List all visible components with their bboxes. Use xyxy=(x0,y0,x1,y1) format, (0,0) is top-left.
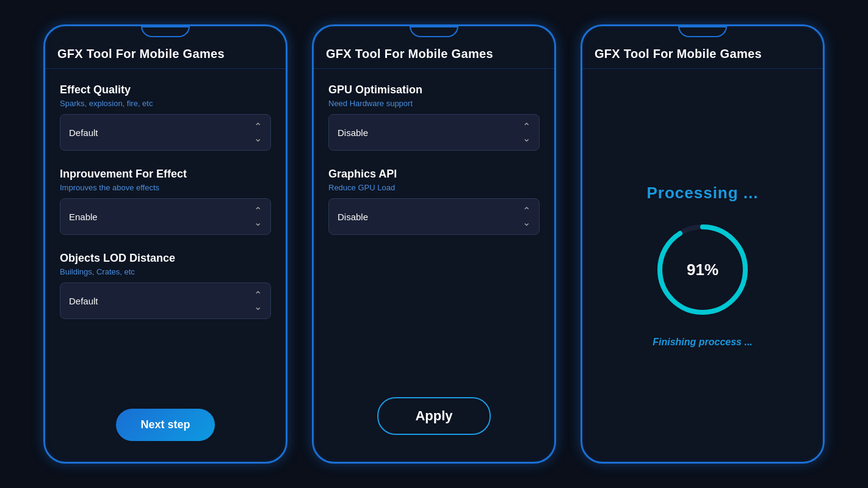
phone-frame-1: GFX Tool For Mobile Games Effect Quality… xyxy=(43,24,288,464)
circle-progress: 91% xyxy=(654,221,751,318)
setting-block-graphics-api: Graphics API Reduce GPU Load Disable ⌃⌄ xyxy=(328,168,540,235)
select-value-gpu: Disable xyxy=(338,127,368,138)
setting-block-gpu: GPU Optimisation Need Hardware support D… xyxy=(328,84,540,151)
phone-title-2: GFX Tool For Mobile Games xyxy=(326,47,493,60)
progress-percent: 91% xyxy=(687,260,718,279)
select-improvement[interactable]: Enable ⌃⌄ xyxy=(60,198,271,235)
side-button-bottom-3 xyxy=(823,148,825,185)
setting-title-lod: Objects LOD Distance xyxy=(60,252,271,265)
setting-subtitle-improvement: Improuves the above effects xyxy=(60,183,271,192)
setting-block-improvement: Inprouvement For Effect Improuves the ab… xyxy=(60,168,271,235)
side-button-top-2 xyxy=(554,99,556,136)
phone-notch-1 xyxy=(141,26,190,37)
setting-block-effect-quality: Effect Quality Sparks, explosion, fire, … xyxy=(60,84,271,151)
select-value-improvement: Enable xyxy=(69,212,98,222)
select-effect-quality[interactable]: Default ⌃⌄ xyxy=(60,114,271,151)
phone-notch-3 xyxy=(678,26,727,37)
select-arrow-gpu: ⌃⌄ xyxy=(523,121,530,144)
select-arrow-lod: ⌃⌄ xyxy=(254,289,262,312)
setting-subtitle-gpu: Need Hardware support xyxy=(328,99,540,108)
setting-subtitle-effect-quality: Sparks, explosion, fire, etc xyxy=(60,99,271,108)
processing-title: Processing ... xyxy=(646,184,758,203)
setting-subtitle-lod: Buildings, Crates, etc xyxy=(60,267,271,276)
select-value-lod: Default xyxy=(69,296,98,306)
select-value-graphics-api: Disable xyxy=(338,212,368,222)
phone-header-2: GFX Tool For Mobile Games xyxy=(314,37,554,69)
next-step-button[interactable]: Next step xyxy=(116,409,214,441)
phone-title-3: GFX Tool For Mobile Games xyxy=(595,47,762,60)
phone-frame-2: GFX Tool For Mobile Games GPU Optimisati… xyxy=(312,24,556,464)
setting-title-effect-quality: Effect Quality xyxy=(60,84,271,96)
select-arrow-improvement: ⌃⌄ xyxy=(254,205,262,228)
setting-title-gpu: GPU Optimisation xyxy=(328,84,540,96)
phone-notch-2 xyxy=(410,26,458,37)
phone-content-3: Processing ... 91% Finishing proccess ..… xyxy=(582,69,823,462)
setting-subtitle-graphics-api: Reduce GPU Load xyxy=(328,183,540,192)
side-button-top-1 xyxy=(286,99,288,136)
phone-header-1: GFX Tool For Mobile Games xyxy=(45,37,286,69)
select-gpu[interactable]: Disable ⌃⌄ xyxy=(328,114,540,151)
phone-content-2: GPU Optimisation Need Hardware support D… xyxy=(314,69,554,462)
phone-content-1: Effect Quality Sparks, explosion, fire, … xyxy=(45,69,286,462)
setting-block-lod: Objects LOD Distance Buildings, Crates, … xyxy=(60,252,271,319)
select-arrow-effect-quality: ⌃⌄ xyxy=(254,121,262,144)
setting-title-improvement: Inprouvement For Effect xyxy=(60,168,271,181)
side-button-bottom-2 xyxy=(554,148,556,185)
select-lod[interactable]: Default ⌃⌄ xyxy=(60,282,271,319)
phone-header-3: GFX Tool For Mobile Games xyxy=(582,37,823,69)
side-button-bottom-1 xyxy=(286,148,288,185)
setting-title-graphics-api: Graphics API xyxy=(328,168,540,181)
select-value-effect-quality: Default xyxy=(69,127,98,138)
processing-container: Processing ... 91% Finishing proccess ..… xyxy=(597,84,808,447)
apply-button[interactable]: Apply xyxy=(377,397,490,435)
phone-title-1: GFX Tool For Mobile Games xyxy=(57,47,225,60)
select-arrow-graphics-api: ⌃⌄ xyxy=(523,205,530,228)
finishing-text: Finishing proccess ... xyxy=(653,337,753,348)
phone-frame-3: GFX Tool For Mobile Games Processing ...… xyxy=(580,24,825,464)
select-graphics-api[interactable]: Disable ⌃⌄ xyxy=(328,198,540,235)
side-button-top-3 xyxy=(823,99,825,136)
